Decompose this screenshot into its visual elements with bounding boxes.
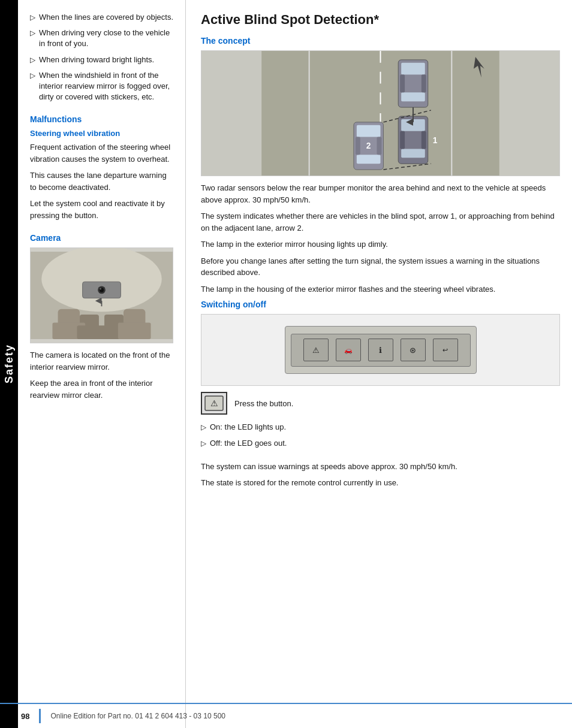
steering-wheel-heading: Steering wheel vibration <box>30 129 173 138</box>
list-item: ▷ When driving toward bright lights. <box>30 55 173 65</box>
steering-p3: Let the system cool and reactivate it by… <box>30 198 173 221</box>
svg-rect-20 <box>357 125 381 137</box>
svg-text:2: 2 <box>366 141 371 151</box>
steering-p2: This causes the lane departure warning t… <box>30 170 173 193</box>
bullet-list: ▷ When the lines are covered by objects.… <box>30 12 173 102</box>
svg-rect-33 <box>400 131 405 149</box>
footer: 98 Online Edition for Part no. 01 41 2 6… <box>0 703 572 728</box>
list-item: ▷ When driving very close to the vehicle… <box>30 28 173 49</box>
press-button-row: ⚠ Press the button. <box>201 392 560 415</box>
on-text: On: the LED lights up. <box>210 422 286 433</box>
blindspot-diagram: 2 <box>201 50 560 176</box>
camera-section: Camera <box>30 233 173 401</box>
camera-heading: Camera <box>30 233 173 243</box>
panel-button-3: ℹ <box>368 339 393 361</box>
svg-rect-32 <box>401 149 425 158</box>
side-tab-label: Safety <box>3 344 16 383</box>
side-tab: Safety <box>0 0 18 728</box>
bullet-text: When driving toward bright lights. <box>39 55 154 65</box>
bullet-text: When the windshield in front of the inte… <box>39 70 173 103</box>
concept-p4: Before you change lanes after setting th… <box>201 255 560 279</box>
bullet-arrow-icon: ▷ <box>201 422 206 433</box>
panel-button-5: ↩ <box>433 339 458 361</box>
bullet-arrow-icon: ▷ <box>201 439 206 449</box>
press-text: Press the button. <box>234 399 293 408</box>
list-item: ▷ When the lines are covered by objects. <box>30 12 173 23</box>
svg-rect-27 <box>401 93 425 102</box>
bullet-arrow-icon: ▷ <box>30 71 35 81</box>
page-title: Active Blind Spot Detection* <box>201 12 560 28</box>
bullet-arrow-icon: ▷ <box>30 13 35 23</box>
concept-p2: The system indicates whether there are v… <box>201 210 560 234</box>
footer-text: Online Edition for Part no. 01 41 2 604 … <box>50 712 225 720</box>
list-item: ▷ On: the LED lights up. <box>201 422 560 433</box>
off-text: Off: the LED goes out. <box>210 438 287 449</box>
panel-button-2: 🚗 <box>336 339 361 361</box>
concept-p1: Two radar sensors below the rear bumper … <box>201 182 560 206</box>
svg-rect-22 <box>356 137 360 155</box>
switching-heading: Switching on/off <box>201 300 560 309</box>
blind-spot-button-icon: ⚠ <box>201 392 227 415</box>
bullet-arrow-icon: ▷ <box>30 55 35 65</box>
button-panel-diagram: ⚠ 🚗 ℹ ⊛ ↩ <box>201 314 560 386</box>
camera-p1: The camera is located on the front of th… <box>30 349 173 373</box>
page-number: 98 <box>21 712 29 721</box>
on-off-list: ▷ On: the LED lights up. ▷ Off: the LED … <box>201 422 560 448</box>
svg-rect-13 <box>118 323 151 339</box>
svg-rect-28 <box>400 75 405 93</box>
camera-diagram <box>30 247 173 343</box>
malfunctions-section: Malfunctions Steering wheel vibration Fr… <box>30 114 173 221</box>
svg-text:⚠: ⚠ <box>210 398 218 408</box>
left-column: ▷ When the lines are covered by objects.… <box>18 0 186 728</box>
svg-text:1: 1 <box>433 135 438 145</box>
steering-p1: Frequent activation of the steering whee… <box>30 141 173 165</box>
concept-heading: The concept <box>201 36 560 46</box>
bullet-text: When driving very close to the vehicle i… <box>39 28 173 49</box>
svg-point-5 <box>100 288 101 290</box>
concept-p5: The lamp in the housing of the exterior … <box>201 283 560 295</box>
list-item: ▷ Off: the LED goes out. <box>201 438 560 449</box>
svg-rect-23 <box>377 137 382 155</box>
bullet-arrow-icon: ▷ <box>30 28 35 38</box>
panel-button-1: ⚠ <box>303 339 329 361</box>
list-item: ▷ When the windshield in front of the in… <box>30 70 173 103</box>
svg-rect-21 <box>357 155 381 164</box>
concept-p3: The lamp in the exterior mirror housing … <box>201 238 560 250</box>
speed-p: The system can issue warnings at speeds … <box>201 461 560 473</box>
malfunctions-heading: Malfunctions <box>30 114 173 124</box>
camera-p2: Keep the area in front of the interior r… <box>30 377 173 401</box>
svg-rect-34 <box>422 131 426 149</box>
svg-rect-26 <box>401 63 425 75</box>
svg-rect-29 <box>422 75 426 93</box>
bullet-text: When the lines are covered by objects. <box>39 12 173 23</box>
panel-button-4: ⊛ <box>401 339 426 361</box>
footer-divider <box>39 709 41 723</box>
state-p: The state is stored for the remote contr… <box>201 477 560 489</box>
right-column: Active Blind Spot Detection* The concept <box>186 0 572 728</box>
